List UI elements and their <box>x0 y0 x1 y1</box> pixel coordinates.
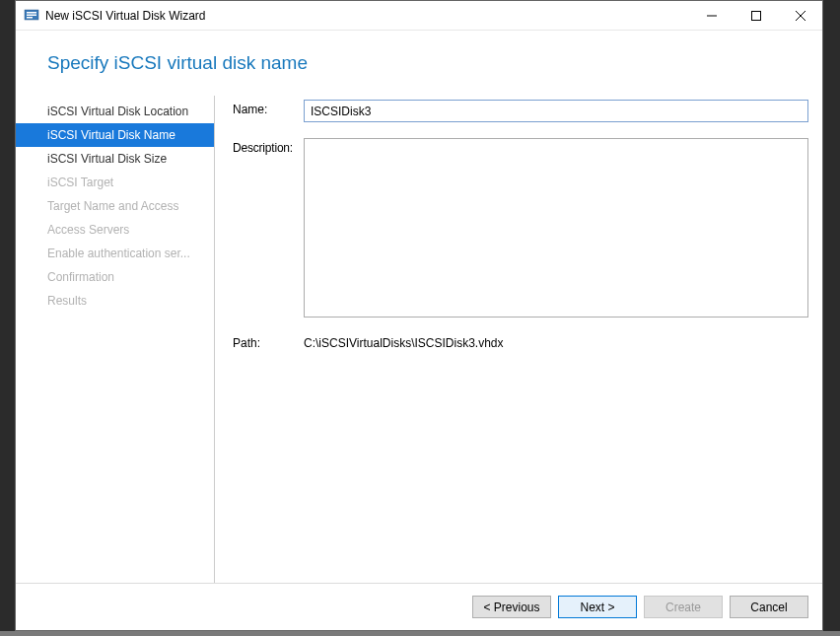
titlebar: New iSCSI Virtual Disk Wizard <box>16 1 822 31</box>
page-heading: Specify iSCSI virtual disk name <box>16 31 822 96</box>
button-bar: < Previous Next > Create Cancel <box>16 583 822 630</box>
form-panel: Name: Description: Path: C:\iSCSIVirtual… <box>215 96 810 583</box>
svg-rect-5 <box>751 11 760 20</box>
window-title: New iSCSI Virtual Disk Wizard <box>45 9 689 23</box>
step-disk-size[interactable]: iSCSI Virtual Disk Size <box>16 147 214 171</box>
name-input[interactable] <box>304 100 808 122</box>
next-button[interactable]: Next > <box>558 596 637 618</box>
name-row: Name: <box>233 100 810 122</box>
close-button[interactable] <box>778 1 822 30</box>
cancel-button[interactable]: Cancel <box>730 596 808 618</box>
step-disk-location[interactable]: iSCSI Virtual Disk Location <box>16 100 214 123</box>
svg-rect-3 <box>27 17 33 19</box>
maximize-button[interactable] <box>734 1 778 30</box>
app-icon <box>24 8 39 24</box>
svg-rect-1 <box>27 12 36 14</box>
path-row: Path: C:\iSCSIVirtualDisks\ISCSIDisk3.vh… <box>233 333 810 350</box>
step-access-servers: Access Servers <box>16 218 214 242</box>
create-button: Create <box>644 596 723 618</box>
step-enable-auth: Enable authentication ser... <box>16 242 214 265</box>
wizard-window: New iSCSI Virtual Disk Wizard Specify iS… <box>15 0 823 631</box>
description-label: Description: <box>233 138 304 155</box>
svg-rect-2 <box>27 14 36 16</box>
description-textarea[interactable] <box>304 138 808 318</box>
content-area: iSCSI Virtual Disk Location iSCSI Virtua… <box>16 96 822 583</box>
step-disk-name[interactable]: iSCSI Virtual Disk Name <box>16 123 214 147</box>
path-label: Path: <box>233 333 304 350</box>
minimize-button[interactable] <box>689 1 734 30</box>
description-row: Description: <box>233 138 810 318</box>
path-value: C:\iSCSIVirtualDisks\ISCSIDisk3.vhdx <box>304 333 504 350</box>
name-label: Name: <box>233 100 304 122</box>
titlebar-controls <box>689 1 822 30</box>
step-iscsi-target: iSCSI Target <box>16 171 214 194</box>
step-target-name-access: Target Name and Access <box>16 194 214 218</box>
wizard-steps-sidebar: iSCSI Virtual Disk Location iSCSI Virtua… <box>16 96 215 583</box>
previous-button[interactable]: < Previous <box>472 596 551 618</box>
step-results: Results <box>16 289 214 313</box>
step-confirmation: Confirmation <box>16 265 214 289</box>
